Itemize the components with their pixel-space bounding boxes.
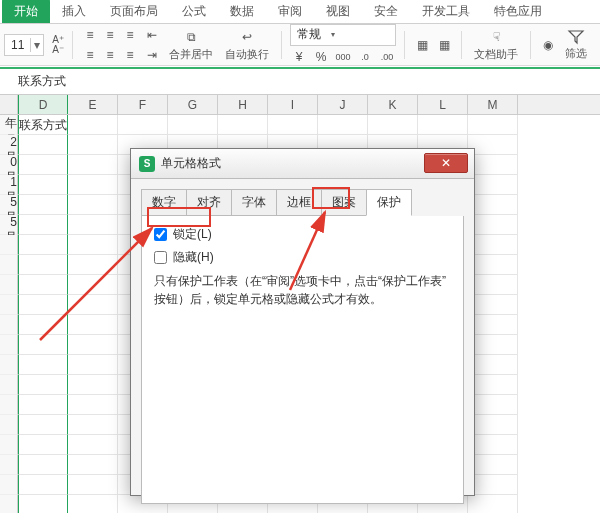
cell[interactable] xyxy=(68,455,118,475)
cell[interactable] xyxy=(18,495,68,513)
dialog-tab-font[interactable]: 字体 xyxy=(231,189,277,216)
cell[interactable] xyxy=(218,115,268,135)
cell[interactable] xyxy=(468,195,518,215)
table-format-icon[interactable]: ▦ xyxy=(435,36,453,54)
cell[interactable] xyxy=(68,155,118,175)
row-header[interactable] xyxy=(0,355,18,375)
cell[interactable] xyxy=(18,415,68,435)
cell[interactable] xyxy=(68,415,118,435)
cell[interactable] xyxy=(68,375,118,395)
cell[interactable] xyxy=(68,175,118,195)
cell[interactable] xyxy=(68,315,118,335)
col-header-L[interactable]: L xyxy=(418,95,468,114)
formula-bar[interactable]: 联系方式 xyxy=(0,69,600,95)
ribbon-tab-special[interactable]: 特色应用 xyxy=(482,0,554,23)
ribbon-tab-start[interactable]: 开始 xyxy=(2,0,50,23)
row-header[interactable] xyxy=(0,275,18,295)
thousands-icon[interactable]: 000 xyxy=(334,48,352,66)
cond-format-icon[interactable]: ▦ xyxy=(413,36,431,54)
align-bottom-icon[interactable]: ≡ xyxy=(121,26,139,44)
cell[interactable] xyxy=(468,295,518,315)
cell[interactable] xyxy=(18,315,68,335)
col-header-H[interactable]: H xyxy=(218,95,268,114)
lock-checkbox[interactable] xyxy=(154,228,167,241)
cell[interactable] xyxy=(468,275,518,295)
merge-center-button[interactable]: ⧉ 合并居中 xyxy=(165,28,217,62)
col-header-J[interactable]: J xyxy=(318,95,368,114)
cell[interactable] xyxy=(68,275,118,295)
row-header[interactable] xyxy=(0,235,18,255)
cell[interactable] xyxy=(68,295,118,315)
cell[interactable] xyxy=(468,215,518,235)
person-icon[interactable]: ◉ xyxy=(539,36,557,54)
cell[interactable] xyxy=(468,175,518,195)
row-header[interactable] xyxy=(0,495,18,513)
cell[interactable] xyxy=(468,355,518,375)
cell[interactable] xyxy=(18,395,68,415)
cell[interactable] xyxy=(68,435,118,455)
hide-checkbox[interactable] xyxy=(154,251,167,264)
cell[interactable] xyxy=(18,155,68,175)
cell[interactable] xyxy=(118,115,168,135)
cell[interactable] xyxy=(18,195,68,215)
indent-inc-icon[interactable]: ⇥ xyxy=(143,46,161,64)
row-header[interactable] xyxy=(0,255,18,275)
cell[interactable] xyxy=(18,215,68,235)
doc-assistant-button[interactable]: ☟ 文档助手 xyxy=(470,28,522,62)
cell[interactable] xyxy=(468,455,518,475)
col-header-E[interactable]: E xyxy=(68,95,118,114)
ribbon-tab-layout[interactable]: 页面布局 xyxy=(98,0,170,23)
cell[interactable] xyxy=(468,135,518,155)
cell[interactable] xyxy=(18,455,68,475)
row-header[interactable] xyxy=(0,475,18,495)
row-header[interactable] xyxy=(0,375,18,395)
cell[interactable] xyxy=(68,215,118,235)
close-button[interactable]: ✕ xyxy=(424,153,468,173)
cell[interactable] xyxy=(18,435,68,455)
lock-checkbox-row[interactable]: 锁定(L) xyxy=(154,226,451,243)
font-grow-button[interactable]: A⁺ xyxy=(52,35,64,45)
dialog-tab-number[interactable]: 数字 xyxy=(141,189,187,216)
cell[interactable] xyxy=(68,135,118,155)
row-header[interactable] xyxy=(0,295,18,315)
dialog-tab-protect[interactable]: 保护 xyxy=(366,189,412,216)
col-header-K[interactable]: K xyxy=(368,95,418,114)
ribbon-tab-view[interactable]: 视图 xyxy=(314,0,362,23)
cell[interactable] xyxy=(68,395,118,415)
dialog-tab-border[interactable]: 边框 xyxy=(276,189,322,216)
align-middle-icon[interactable]: ≡ xyxy=(101,26,119,44)
cell[interactable] xyxy=(68,335,118,355)
cell[interactable] xyxy=(18,255,68,275)
row-header[interactable] xyxy=(0,455,18,475)
ribbon-tab-insert[interactable]: 插入 xyxy=(50,0,98,23)
number-format-combo[interactable]: 常规 ▾ xyxy=(290,24,396,46)
cell[interactable] xyxy=(18,275,68,295)
ribbon-tab-data[interactable]: 数据 xyxy=(218,0,266,23)
cell[interactable] xyxy=(68,235,118,255)
decrease-decimal-icon[interactable]: .0 xyxy=(356,48,374,66)
currency-icon[interactable]: ¥ xyxy=(290,48,308,66)
row-header[interactable] xyxy=(0,435,18,455)
indent-dec-icon[interactable]: ⇤ xyxy=(143,26,161,44)
row-header[interactable] xyxy=(0,335,18,355)
cell[interactable] xyxy=(18,475,68,495)
ribbon-tab-security[interactable]: 安全 xyxy=(362,0,410,23)
increase-decimal-icon[interactable]: .00 xyxy=(378,48,396,66)
dialog-tab-align[interactable]: 对齐 xyxy=(186,189,232,216)
cell-D-header[interactable]: 联系方式 xyxy=(18,115,68,135)
cell[interactable] xyxy=(68,255,118,275)
cell[interactable] xyxy=(18,295,68,315)
cell[interactable] xyxy=(18,335,68,355)
align-top-icon[interactable]: ≡ xyxy=(81,26,99,44)
align-left-icon[interactable]: ≡ xyxy=(81,46,99,64)
ribbon-tab-formula[interactable]: 公式 xyxy=(170,0,218,23)
cell[interactable] xyxy=(468,235,518,255)
cell[interactable] xyxy=(18,235,68,255)
row-header[interactable] xyxy=(0,415,18,435)
cell[interactable] xyxy=(18,175,68,195)
hide-checkbox-row[interactable]: 隐藏(H) xyxy=(154,249,451,266)
cell[interactable] xyxy=(468,255,518,275)
col-header-I[interactable]: I xyxy=(268,95,318,114)
cell[interactable] xyxy=(468,155,518,175)
cell[interactable] xyxy=(468,495,518,513)
